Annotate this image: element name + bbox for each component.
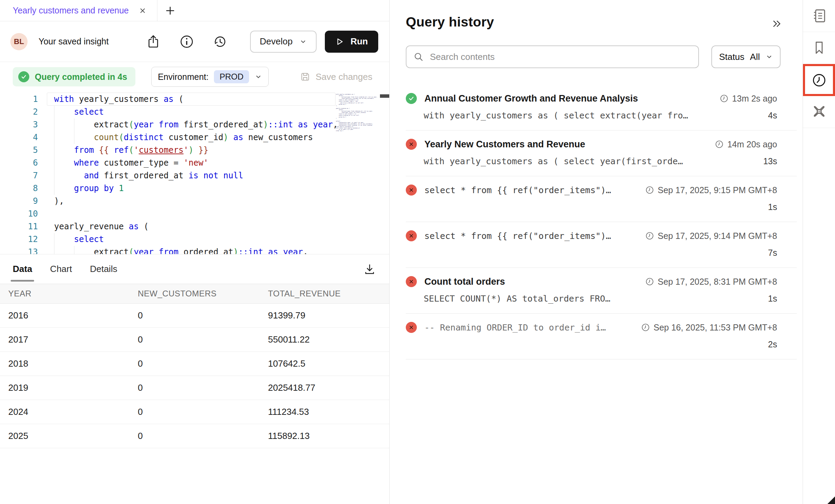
line-number: 6 [0,157,38,169]
code-line[interactable]: where customer_type = 'new' [54,157,334,169]
collapse-panel-icon[interactable] [771,18,782,30]
search-input[interactable] [430,52,691,62]
tab-chart[interactable]: Chart [50,254,72,284]
history-item-duration: 2s [768,339,777,349]
environment-select[interactable]: Environment: PROD [151,67,269,87]
history-item-time: Sep 17, 2025, 8:31 PM GMT+8 [645,277,777,287]
line-number: 11 [0,220,38,233]
code-line[interactable]: extract(year from first_ordered_at)::int… [54,118,334,131]
error-status-icon [406,139,417,150]
run-label: Run [350,36,368,47]
tab-yearly-customers[interactable]: Yearly customers and revenue [0,0,157,21]
share-icon[interactable] [146,34,161,49]
query-completed-text: Query completed in 4s [35,72,127,82]
clock-icon [720,94,729,103]
sidebar-item-copilot[interactable] [803,96,835,128]
code-line[interactable]: count(distinct customer_id) as new_custo… [54,131,334,144]
chevron-down-icon [255,73,262,81]
history-item-title: Annual Customer Growth and Revenue Analy… [424,93,638,104]
table-cell: 91399.79 [260,310,389,321]
column-header: TOTAL_REVENUE [260,289,389,298]
table-cell: 0 [130,382,260,393]
error-status-icon [406,185,417,196]
chevron-down-icon [299,38,307,45]
code-line[interactable]: and first_ordered_at is not null [54,169,334,182]
version-history-icon[interactable] [213,34,227,49]
line-number: 12 [0,233,38,246]
code-lines[interactable]: with yearly_customers as ( select extrac… [54,93,334,254]
history-item-preview: with yearly_customers as ( select extrac… [406,111,688,120]
history-item[interactable]: select * from {{ ref("order_items")…Sep … [406,176,797,222]
history-item[interactable]: Annual Customer Growth and Revenue Analy… [406,85,797,130]
history-item[interactable]: Yearly New Customers and Revenue14m 20s … [406,130,797,176]
line-number: 5 [0,144,38,157]
sidebar-item-bookmarks[interactable] [803,32,835,64]
history-item-duration: 7s [768,248,777,258]
code-line[interactable]: extract(year from ordered_at)::int as ye… [54,246,334,254]
save-changes-button[interactable]: Save changes [300,71,372,82]
query-completed-badge: Query completed in 4s [13,67,135,86]
history-item-time: 14m 20s ago [715,139,777,149]
copilot-star-icon [811,104,827,120]
code-line[interactable]: yearly_revenue as ( [54,220,334,233]
editor-minimap[interactable]: with yearly_customers as ( select extrac… [336,94,379,252]
table-row: 20170550011.22 [0,328,389,352]
code-line[interactable]: group by 1 [54,182,334,195]
status-filter-dropdown[interactable]: Status All [711,45,781,68]
clock-icon [645,186,654,195]
column-header: YEAR [0,289,130,298]
table-cell: 550011.22 [260,334,389,345]
editor-pane: Yearly customers and revenue BL Your sav… [0,0,390,504]
code-line[interactable]: select [54,106,334,118]
history-item-preview: SELECT COUNT(*) AS total_orders FRO… [406,294,610,304]
success-status-icon [406,93,417,104]
tab-data[interactable]: Data [13,254,32,284]
history-item[interactable]: Count total ordersSep 17, 2025, 8:31 PM … [406,268,797,314]
code-line[interactable] [54,208,334,220]
tab-details[interactable]: Details [90,254,117,284]
table-cell: 0 [130,310,260,321]
history-item-title: select * from {{ ref("order_items")… [424,231,611,241]
table-row: 20240111234.53 [0,400,389,424]
insight-label: Your saved insight [39,36,109,46]
history-item-title: select * from {{ ref("order_items")… [424,185,611,195]
history-item[interactable]: -- Renaming ORDER_ID to order_id i…Sep 1… [406,314,797,359]
table-cell: 0 [130,407,260,417]
line-number: 7 [0,169,38,182]
new-tab-icon[interactable] [164,5,176,17]
download-icon[interactable] [363,262,377,276]
search-icon [413,52,424,62]
history-item-title: -- Renaming ORDER_ID to order_id i… [424,323,606,333]
code-line[interactable]: from {{ ref('customers') }} [54,144,334,157]
table-cell: 2024 [0,407,130,417]
clock-icon [645,277,654,286]
history-item-time: Sep 16, 2025, 11:53 PM GMT+8 [641,323,777,333]
close-tab-icon[interactable] [138,7,147,15]
sidebar-item-query-history[interactable] [803,64,835,96]
info-icon[interactable] [179,34,194,49]
clock-icon [645,231,654,240]
column-header: NEW_CUSTOMERS [130,289,260,298]
sidebar-item-notebook[interactable] [803,0,835,32]
chevron-down-icon [765,53,773,61]
line-number: 13 [0,246,38,254]
query-status-row: Query completed in 4s Environment: PROD … [0,62,389,92]
table-cell: 115892.13 [260,431,389,441]
notebook-icon [811,8,827,24]
results-tab-bar: DataChartDetails [0,254,389,284]
code-line[interactable]: ), [54,195,334,208]
code-line[interactable]: select [54,233,334,246]
line-number: 8 [0,182,38,195]
resize-grip[interactable] [827,496,835,504]
develop-button[interactable]: Develop [250,31,317,53]
code-line[interactable]: with yearly_customers as ( [54,93,334,106]
sql-editor[interactable]: 12345678910111213 with yearly_customers … [0,92,389,254]
history-item-time: Sep 17, 2025, 9:15 PM GMT+8 [645,185,777,195]
editor-scrollbar-thumb[interactable] [380,94,389,98]
history-item[interactable]: select * from {{ ref("order_items")…Sep … [406,222,797,268]
history-search[interactable] [406,45,699,68]
error-status-icon [406,322,417,333]
table-row: 20250115892.13 [0,424,389,448]
run-button[interactable]: Run [325,31,378,53]
table-cell: 0 [130,334,260,345]
